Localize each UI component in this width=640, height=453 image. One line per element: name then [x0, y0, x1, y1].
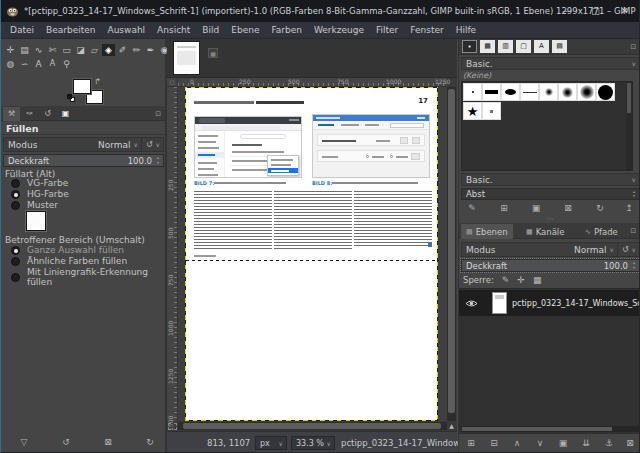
mode-reset-icon[interactable]: ↺: [146, 140, 153, 149]
tab-palettes[interactable]: ▤: [552, 40, 567, 53]
merge-layer-button[interactable]: ⇊: [578, 438, 594, 448]
perspective-tool[interactable]: ▱: [88, 44, 101, 56]
unit-select[interactable]: px ∨: [255, 436, 287, 450]
duplicate-layer-button[interactable]: ▣: [555, 438, 571, 448]
lock-alpha-icon[interactable]: ▦: [533, 275, 542, 285]
refresh-brushes-button[interactable]: ↻: [593, 203, 607, 213]
tab-undo-history[interactable]: ↺: [39, 107, 56, 121]
radio-icon[interactable]: [11, 179, 20, 188]
free-select-tool[interactable]: ∿: [32, 44, 45, 56]
fill-type-pattern[interactable]: Muster: [11, 200, 58, 210]
tab-images[interactable]: ▣: [57, 107, 74, 121]
paintbrush-tool[interactable]: ✐: [116, 44, 129, 56]
menu-fenster[interactable]: Fenster: [404, 22, 449, 39]
minimize-button[interactable]: —: [552, 0, 581, 22]
spacing-spinner[interactable]: ▴▾: [630, 190, 638, 198]
new-layer-button[interactable]: ⊞: [463, 438, 479, 448]
layer-list-scrollbar[interactable]: [461, 426, 639, 432]
layer-opacity-spinner[interactable]: ▴▾: [630, 261, 638, 270]
brush-item[interactable]: [558, 83, 577, 101]
restore-tool-preset-button[interactable]: ↺: [55, 435, 77, 449]
quick-mask-toggle[interactable]: [168, 423, 177, 430]
shear-tool[interactable]: ◪: [74, 44, 87, 56]
reset-tool-options-button[interactable]: ↻: [139, 435, 161, 449]
ruler-corner-button[interactable]: ▢: [167, 78, 178, 87]
layer-mode-reset-icon[interactable]: ↺: [622, 245, 629, 254]
mode-select[interactable]: Normal: [98, 140, 131, 150]
area-fill-line-art[interactable]: Mit Liniengrafik-Erkennung füllen: [11, 267, 165, 287]
new-layer-group-button[interactable]: ⊟: [486, 438, 502, 448]
brush-item[interactable]: [577, 83, 596, 101]
opacity-spinner[interactable]: ▴▾: [154, 156, 162, 165]
menu-farben[interactable]: Farben: [265, 22, 308, 39]
brush-item[interactable]: [482, 102, 501, 120]
fill-type-bg[interactable]: HG-Farbe: [11, 189, 69, 199]
spin-down-icon[interactable]: ▾: [633, 266, 635, 270]
radio-icon[interactable]: [11, 201, 20, 210]
titlebar[interactable]: *[pctipp_0323_14-17_Windows_Schrift-1] (…: [1, 0, 639, 22]
area-fill-whole-selection[interactable]: Ganze Auswahl füllen: [11, 245, 124, 255]
menu-hilfe[interactable]: Hilfe: [450, 22, 482, 39]
radio-icon[interactable]: [11, 257, 20, 266]
tab-documents[interactable]: ▢: [516, 40, 531, 53]
image-tab-menu-icon[interactable]: ▦: [208, 48, 218, 58]
text-outline-tool[interactable]: A: [46, 58, 59, 70]
lock-position-icon[interactable]: ✛: [517, 275, 525, 285]
open-brush-as-image-button[interactable]: ↥: [622, 203, 636, 213]
pencil-tool[interactable]: ✏: [130, 44, 143, 56]
new-brush-button[interactable]: ⊞: [497, 203, 511, 213]
brush-item[interactable]: [501, 83, 520, 101]
delete-tool-preset-button[interactable]: ⊠: [97, 435, 119, 449]
rectangle-select-tool[interactable]: ▭: [60, 44, 73, 56]
document-page[interactable]: 17: [186, 88, 437, 420]
brush-item[interactable]: [520, 83, 539, 101]
scrollbar-handle[interactable]: [462, 427, 612, 431]
menu-auswahl[interactable]: Auswahl: [101, 22, 151, 39]
tab-fonts[interactable]: A: [534, 40, 549, 53]
bucket-fill-tool[interactable]: ◈: [102, 44, 115, 56]
brush-item[interactable]: [482, 83, 501, 101]
default-colors-icon[interactable]: [67, 94, 76, 102]
layer-thumbnail[interactable]: [492, 292, 507, 314]
menu-werkzeuge[interactable]: Werkzeuge: [308, 22, 370, 39]
lock-pixels-icon[interactable]: ✎: [502, 275, 510, 285]
radio-icon[interactable]: [11, 190, 20, 199]
save-tool-preset-button[interactable]: ▽: [13, 435, 35, 449]
pattern-preview-swatch[interactable]: [26, 211, 46, 231]
image-tab[interactable]: [173, 41, 200, 75]
tab-tool-options[interactable]: ⚒: [3, 107, 20, 121]
brush-item[interactable]: ★: [463, 102, 482, 120]
delete-layer-button[interactable]: ⊠: [622, 438, 638, 448]
menu-ebene[interactable]: Ebene: [225, 22, 265, 39]
duplicate-brush-button[interactable]: ▣: [529, 203, 543, 213]
radio-icon[interactable]: [11, 246, 20, 255]
foreground-color-swatch[interactable]: [73, 79, 91, 94]
tab-brushes[interactable]: •: [462, 40, 477, 53]
delete-brush-button[interactable]: ⊠: [561, 203, 575, 213]
brush-item[interactable]: [596, 83, 615, 101]
brush-item[interactable]: [463, 83, 482, 101]
layer-mode-select[interactable]: Normal: [574, 245, 607, 255]
brush-list-scrollbar[interactable]: [626, 82, 632, 170]
configure-tab-icon[interactable]: ⊡: [155, 110, 161, 118]
raise-layer-button[interactable]: ∧: [509, 438, 525, 448]
scissors-select-tool[interactable]: ✄: [46, 44, 59, 56]
dock-splitter-handle[interactable]: ⋯: [459, 217, 640, 221]
menu-filter[interactable]: Filter: [370, 22, 404, 39]
menu-ansicht[interactable]: Ansicht: [151, 22, 196, 39]
fill-type-fg[interactable]: VG-Farbe: [11, 178, 68, 188]
layer-list[interactable]: pctipp_0323_14-17_Windows_Schri: [459, 288, 640, 434]
close-button[interactable]: ✕: [610, 0, 639, 22]
brush-spacing-slider[interactable]: Abst ▴▾: [461, 188, 640, 200]
anchor-layer-button[interactable]: ⚓: [601, 438, 617, 448]
edit-brush-button[interactable]: ✎: [465, 203, 479, 213]
alignment-tool[interactable]: ▤: [18, 44, 31, 56]
spin-down-icon[interactable]: ▾: [157, 161, 159, 165]
brush-list[interactable]: ★: [461, 81, 633, 171]
layer-row[interactable]: pctipp_0323_14-17_Windows_Schri: [459, 290, 640, 316]
tab-device-status[interactable]: ✑: [21, 107, 38, 121]
tab-channels[interactable]: ▦ Kanäle: [521, 224, 569, 239]
visibility-eye-icon[interactable]: [465, 299, 478, 308]
blur-tool[interactable]: ◍: [4, 58, 17, 70]
zoom-select[interactable]: 33.3 % ∨: [291, 436, 335, 450]
